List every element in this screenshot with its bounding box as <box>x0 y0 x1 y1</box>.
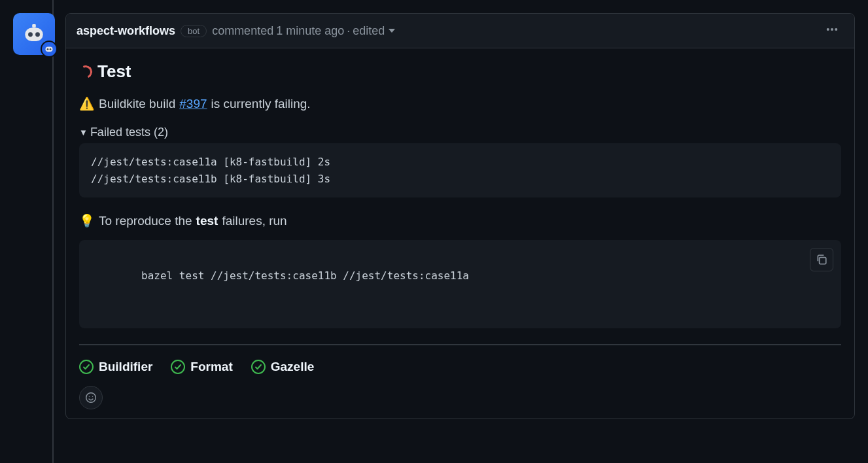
reproduce-prefix: To reproduce the <box>99 214 192 228</box>
svg-point-13 <box>92 396 93 396</box>
smiley-icon <box>85 392 97 403</box>
avatar-gutter <box>13 13 55 419</box>
meta-sep: · <box>347 24 350 38</box>
comment-header: aspect-workflows bot commented 1 minute … <box>66 14 854 48</box>
bot-badge: bot <box>181 25 207 37</box>
commented-label: commented <box>212 24 273 38</box>
comment-body: Test ⚠️ Buildkite build #397 is currentl… <box>66 48 854 419</box>
svg-point-11 <box>86 392 96 402</box>
avatar-badge <box>41 41 58 58</box>
status-item-buildifier: Buildifier <box>79 360 152 374</box>
copy-icon <box>816 254 827 266</box>
robot-icon <box>44 44 54 54</box>
comment-timeline-item: aspect-workflows bot commented 1 minute … <box>13 13 855 419</box>
svg-rect-4 <box>46 47 53 52</box>
reproduce-command: bazel test //jest/tests:case11b //jest/t… <box>141 269 469 282</box>
svg-point-6 <box>50 48 52 50</box>
svg-point-12 <box>89 396 90 396</box>
failed-tests-codeblock: //jest/tests:case11a [k8-fastbuild] 2s /… <box>79 143 841 197</box>
status-title: Test <box>97 61 131 82</box>
caret-down-icon[interactable] <box>389 29 395 33</box>
avatar[interactable] <box>13 13 55 55</box>
disclosure-triangle-icon: ▼ <box>79 128 88 137</box>
warning-icon: ⚠️ <box>79 96 95 111</box>
status-item-gazelle: Gazelle <box>251 360 315 374</box>
comment-actions-menu[interactable] <box>820 20 844 41</box>
copy-button[interactable] <box>810 248 833 271</box>
svg-rect-0 <box>25 27 43 41</box>
build-link[interactable]: #397 <box>179 97 207 111</box>
failed-test-line: //jest/tests:case11a [k8-fastbuild] 2s <box>91 156 330 168</box>
reproduce-instruction: 💡 To reproduce the test failures, run <box>79 213 841 228</box>
failed-tests-label: Failed tests (2) <box>90 126 168 139</box>
comment-author[interactable]: aspect-workflows <box>77 24 175 38</box>
edited-label[interactable]: edited <box>353 24 385 38</box>
svg-point-8 <box>831 28 833 31</box>
reproduce-suffix: failures, run <box>222 214 286 228</box>
reproduce-command-codeblock: bazel test //jest/tests:case11b //jest/t… <box>79 240 841 328</box>
add-reaction-button[interactable] <box>79 386 103 409</box>
svg-point-2 <box>35 32 40 37</box>
svg-point-9 <box>835 28 837 31</box>
status-label: Buildifier <box>99 360 152 374</box>
check-circle-icon <box>79 360 94 374</box>
check-circle-icon <box>171 360 185 374</box>
bulb-icon: 💡 <box>79 213 95 228</box>
build-warning-line: ⚠️ Buildkite build #397 is currently fai… <box>79 96 841 111</box>
check-circle-icon <box>251 360 266 374</box>
divider <box>79 344 841 345</box>
warning-prefix: Buildkite build <box>99 97 175 111</box>
svg-point-7 <box>827 28 829 31</box>
warning-suffix: is currently failing. <box>211 97 311 111</box>
svg-point-5 <box>47 48 49 50</box>
status-item-format: Format <box>171 360 232 374</box>
reproduce-bold: test <box>196 214 218 228</box>
loading-spinner-icon <box>77 63 94 80</box>
status-row: Buildifier Format Gazelle <box>79 360 841 374</box>
svg-rect-3 <box>32 24 36 28</box>
svg-rect-10 <box>820 258 826 264</box>
status-label: Format <box>190 360 232 374</box>
status-title-row: Test <box>79 61 841 82</box>
status-label: Gazelle <box>271 360 315 374</box>
svg-point-1 <box>28 32 33 37</box>
failed-tests-summary[interactable]: ▼ Failed tests (2) <box>79 126 841 139</box>
comment-meta: commented 1 minute ago · edited <box>212 24 395 38</box>
comment-box: aspect-workflows bot commented 1 minute … <box>65 13 855 419</box>
comment-timestamp[interactable]: 1 minute ago <box>276 24 344 38</box>
kebab-icon <box>825 23 839 36</box>
failed-test-line: //jest/tests:case11b [k8-fastbuild] 3s <box>91 173 330 185</box>
